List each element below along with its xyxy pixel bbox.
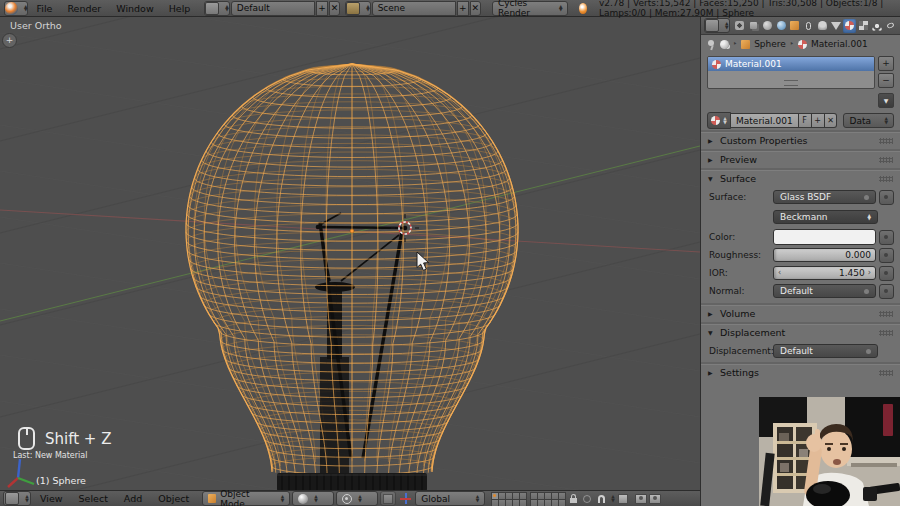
displacement-select[interactable]: Default [773,344,878,358]
color-swatch[interactable] [773,229,876,245]
editor-type-button-info[interactable]: ▲▼ [4,1,28,16]
tab-texture[interactable] [857,19,870,33]
slot-specials-button[interactable]: ▼ [878,93,894,108]
color-socket-button[interactable] [879,230,894,245]
increment-icon[interactable]: › [868,269,871,277]
manipulator-icon[interactable] [400,493,411,504]
list-resize-grip[interactable] [784,80,798,86]
view3d-editor-icon [5,492,19,505]
decrement-icon[interactable]: ‹ [778,269,781,277]
opengl-render-anim-button[interactable] [649,493,661,505]
layers-grid[interactable] [491,492,565,506]
panel-grip-icon[interactable] [879,157,893,163]
blender-logo-icon [579,3,586,14]
panel-preview[interactable]: ▶ Preview [701,151,900,167]
viewport-3d[interactable]: User Ortho + Shift + Z Last: New Materia… [0,17,700,490]
menu-select[interactable]: Select [72,493,115,504]
roughness-slider[interactable]: 0.000 [773,248,876,262]
unlink-material-button[interactable]: ✕ [825,113,838,128]
panel-displacement[interactable]: ▼ Displacement [701,324,900,340]
screen-layout-field[interactable]: Default [231,1,316,16]
tab-data[interactable] [830,19,843,33]
layer-cell[interactable] [558,499,566,506]
menu-render[interactable]: Render [60,3,108,14]
proportional-edit-icon [583,495,591,503]
tab-material[interactable] [843,19,856,33]
distribution-value: Beckmann [780,212,828,222]
mode-select[interactable]: Object Mode ▲▼ [202,491,290,506]
tab-object[interactable] [788,19,801,33]
pivot-align-toggle[interactable] [380,491,396,506]
proportional-edit-toggle[interactable] [581,493,593,505]
menu-add[interactable]: Add [117,493,149,504]
menu-object[interactable]: Object [151,493,196,504]
surface-socket-button[interactable] [879,190,894,205]
panel-custom-properties[interactable]: ▶ Custom Properties [701,132,900,148]
collapse-icon: ▼ [708,329,715,336]
tab-render-layers[interactable] [747,19,760,33]
panel-volume[interactable]: ▶ Volume [701,305,900,321]
normal-select[interactable]: Default [773,284,876,298]
pin-icon[interactable] [707,40,716,49]
tab-scene[interactable] [761,19,774,33]
close-scene-button[interactable]: ✕ [470,1,481,16]
layer-cell[interactable] [519,499,527,506]
viewport-shading-select[interactable]: ▲▼ [292,491,334,506]
panel-settings[interactable]: ▶ Settings [701,364,900,380]
toolshelf-expand-button[interactable]: + [2,33,17,48]
panel-surface[interactable]: ▼ Surface [701,170,900,186]
slot-add-button[interactable]: + [878,56,894,71]
view-orientation-label: User Ortho [10,20,62,31]
distribution-select[interactable]: Beckmann ▲▼ [773,210,878,224]
browse-material-button[interactable]: ▲▼ [707,112,731,129]
ior-field[interactable]: ‹ 1.450 › [773,266,876,280]
normal-socket-button[interactable] [879,284,894,299]
roughness-socket-button[interactable] [879,248,894,263]
transform-orientation-select[interactable]: Global ▲▼ [415,491,485,506]
modifiers-icon [818,21,827,30]
panel-grip-icon[interactable] [879,138,893,144]
bulb-wireframe-scene [0,17,700,490]
lock-to-scene-toggle[interactable] [567,493,579,505]
ior-label: IOR: [709,268,773,278]
panel-grip-icon[interactable] [879,311,893,317]
browse-id-icon[interactable] [720,40,729,49]
menu-file[interactable]: File [29,3,59,14]
material-slot-selected[interactable]: Material.001 [708,57,874,71]
opengl-render-button[interactable] [635,493,647,505]
menu-view[interactable]: View [33,493,70,504]
add-scene-button[interactable]: + [457,1,468,16]
scene-icon-button[interactable]: ▲▼ [345,1,370,16]
scene-field[interactable]: Scene [372,1,457,16]
panel-label: Volume [720,308,755,319]
fake-user-button[interactable]: F [799,113,812,128]
axis-gizmo [3,455,37,490]
panel-grip-icon[interactable] [879,330,893,336]
new-material-button[interactable]: + [812,113,825,128]
snap-toggle[interactable] [595,493,607,505]
material-name-field[interactable]: Material.001 [731,113,799,128]
menu-help[interactable]: Help [162,3,198,14]
tab-particles[interactable] [871,19,884,33]
close-layout-button[interactable]: ✕ [329,1,340,16]
snap-element-select[interactable] [617,493,629,505]
pivot-point-select[interactable]: ▲▼ [336,491,378,506]
panel-grip-icon[interactable] [879,370,893,376]
surface-shader-select[interactable]: Glass BSDF [773,190,876,204]
menu-window[interactable]: Window [109,3,160,14]
link-source-select[interactable]: Data ▲▼ [843,113,894,128]
tab-physics[interactable] [884,19,897,33]
editor-type-button-3dview[interactable]: ▲▼ [3,491,31,506]
slot-remove-button[interactable]: − [878,73,894,88]
material-slot-list[interactable]: Material.001 [707,56,875,89]
editor-type-button-properties[interactable]: ▲▼ [704,18,730,33]
render-engine-select[interactable]: Cycles Render ▲▼ [492,1,568,16]
ior-socket-button[interactable] [879,266,894,281]
panel-grip-icon[interactable] [879,176,893,182]
tab-modifiers[interactable] [816,19,829,33]
screen-layout-icon-button[interactable]: ▲▼ [204,1,229,16]
tab-render[interactable] [734,19,747,33]
tab-constraints[interactable] [802,19,815,33]
tab-world[interactable] [775,19,788,33]
add-layout-button[interactable]: + [316,1,327,16]
